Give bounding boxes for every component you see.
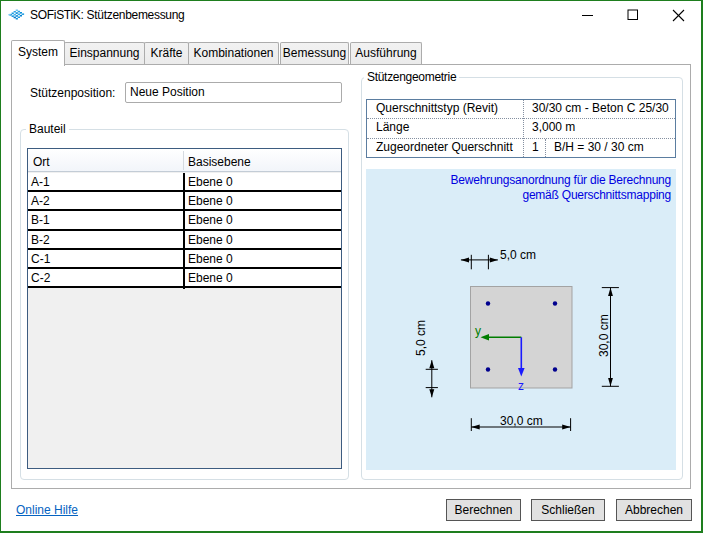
svg-text:5,0 cm: 5,0 cm [500, 248, 536, 262]
svg-text:30,0 cm: 30,0 cm [597, 314, 611, 357]
svg-text:30,0 cm: 30,0 cm [500, 414, 543, 428]
svg-text:z: z [518, 379, 524, 393]
svg-text:5,0 cm: 5,0 cm [414, 320, 428, 356]
svg-text:y: y [475, 324, 481, 338]
